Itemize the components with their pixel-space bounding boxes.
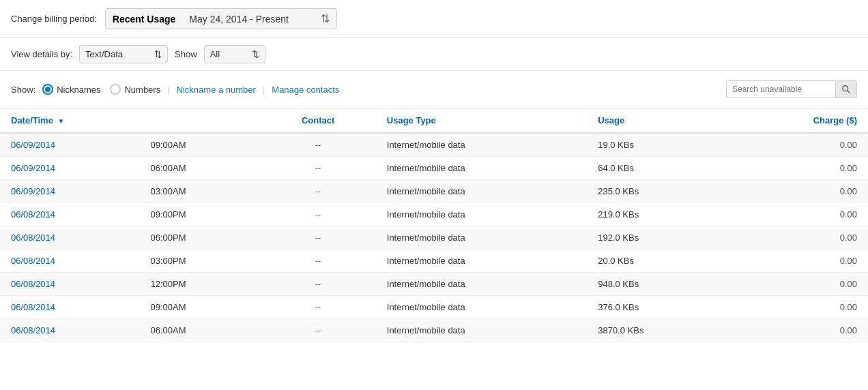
time-cell: 06:00PM	[139, 226, 260, 250]
time-cell: 03:00PM	[139, 250, 260, 273]
sort-arrow-icon: ▼	[58, 117, 65, 125]
radio-group: Nicknames Numbers	[42, 84, 160, 95]
view-details-select[interactable]: Text/Data ⇅	[79, 45, 168, 63]
table-row: 06/08/2014 06:00PM -- Internet/mobile da…	[0, 226, 868, 250]
time-cell: 03:00AM	[139, 180, 260, 203]
date-cell: 06/08/2014	[0, 319, 139, 342]
radio-numbers[interactable]: Numbers	[110, 84, 160, 95]
contact-cell[interactable]: --	[260, 226, 375, 250]
time-cell: 09:00PM	[139, 203, 260, 226]
table-row: 06/08/2014 12:00PM -- Internet/mobile da…	[0, 273, 868, 296]
contact-cell[interactable]: --	[260, 273, 375, 296]
date-cell: 06/08/2014	[0, 273, 139, 296]
search-icon	[841, 85, 851, 94]
table-row: 06/09/2014 09:00AM -- Internet/mobile da…	[0, 133, 868, 157]
charge-cell: 0.00	[729, 133, 868, 157]
usage-cell: 19.0 KBs	[587, 133, 729, 157]
col-contact: Contact	[260, 108, 375, 133]
radio-nicknames-dot	[45, 87, 50, 92]
col-usage: Usage	[587, 108, 729, 133]
usage-cell: 948.0 KBs	[587, 273, 729, 296]
usage-type-cell: Internet/mobile data	[376, 296, 587, 319]
date-cell: 06/08/2014	[0, 226, 139, 250]
billing-spinner-icon: ⇅	[321, 12, 330, 25]
contact-cell[interactable]: --	[260, 250, 375, 273]
billing-period-name: Recent Usage	[113, 14, 176, 25]
usage-cell: 3870.0 KBs	[587, 319, 729, 342]
usage-type-cell: Internet/mobile data	[376, 180, 587, 203]
usage-table: Date/Time ▼ Contact Usage Type Usage Cha…	[0, 108, 868, 342]
show-label: Show	[175, 49, 197, 59]
time-cell: 12:00PM	[139, 273, 260, 296]
search-area	[726, 80, 857, 98]
contact-cell[interactable]: --	[260, 157, 375, 180]
contact-cell[interactable]: --	[260, 203, 375, 226]
charge-cell: 0.00	[729, 250, 868, 273]
usage-type-cell: Internet/mobile data	[376, 157, 587, 180]
divider-1: |	[167, 85, 169, 95]
manage-contacts-link[interactable]: Manage contacts	[272, 85, 339, 95]
radio-nicknames-circle	[42, 84, 53, 95]
table-row: 06/09/2014 03:00AM -- Internet/mobile da…	[0, 180, 868, 203]
table-row: 06/08/2014 03:00PM -- Internet/mobile da…	[0, 250, 868, 273]
search-input[interactable]	[726, 80, 835, 98]
billing-period-label: Change billing period:	[11, 14, 97, 24]
time-cell: 09:00AM	[139, 133, 260, 157]
show-value: All	[210, 49, 220, 59]
charge-cell: 0.00	[729, 296, 868, 319]
search-button[interactable]	[835, 80, 857, 98]
top-bar: Change billing period: Recent Usage May …	[0, 0, 868, 38]
svg-point-0	[843, 86, 848, 91]
radio-nicknames-label: Nicknames	[57, 85, 100, 95]
date-cell: 06/08/2014	[0, 250, 139, 273]
usage-table-wrapper: Date/Time ▼ Contact Usage Type Usage Cha…	[0, 108, 868, 342]
billing-period-select[interactable]: Recent Usage May 24, 2014 - Present ⇅	[105, 8, 337, 29]
contact-cell[interactable]: --	[260, 319, 375, 342]
col-datetime[interactable]: Date/Time ▼	[0, 108, 260, 133]
usage-cell: 192.0 KBs	[587, 226, 729, 250]
view-details-label: View details by:	[11, 49, 72, 59]
table-row: 06/09/2014 06:00AM -- Internet/mobile da…	[0, 157, 868, 180]
view-details-value: Text/Data	[85, 49, 123, 59]
nickname-a-number-link[interactable]: Nickname a number	[177, 85, 256, 95]
view-details-arrow-icon: ⇅	[154, 49, 162, 59]
date-cell: 06/08/2014	[0, 203, 139, 226]
usage-type-cell: Internet/mobile data	[376, 319, 587, 342]
col-charge: Charge ($)	[729, 108, 868, 133]
usage-type-cell: Internet/mobile data	[376, 273, 587, 296]
charge-cell: 0.00	[729, 226, 868, 250]
date-cell: 06/09/2014	[0, 180, 139, 203]
usage-cell: 219.0 KBs	[587, 203, 729, 226]
time-cell: 06:00AM	[139, 157, 260, 180]
date-cell: 06/09/2014	[0, 133, 139, 157]
svg-line-1	[848, 91, 850, 93]
charge-cell: 0.00	[729, 157, 868, 180]
show-left-group: Show: Nicknames Numbers | Nickname a num…	[11, 84, 339, 95]
show-controls: Show: Nicknames Numbers | Nickname a num…	[0, 71, 868, 108]
col-usage-type: Usage Type	[376, 108, 587, 133]
usage-type-cell: Internet/mobile data	[376, 226, 587, 250]
date-cell: 06/08/2014	[0, 296, 139, 319]
usage-cell: 235.0 KBs	[587, 180, 729, 203]
radio-numbers-label: Numbers	[124, 85, 160, 95]
billing-period-dates: May 24, 2014 - Present	[189, 14, 315, 25]
usage-cell: 376.0 KBs	[587, 296, 729, 319]
usage-type-cell: Internet/mobile data	[376, 250, 587, 273]
time-cell: 09:00AM	[139, 296, 260, 319]
charge-cell: 0.00	[729, 203, 868, 226]
radio-numbers-circle	[110, 84, 121, 95]
show-text-label: Show:	[11, 85, 35, 95]
contact-cell[interactable]: --	[260, 180, 375, 203]
usage-cell: 64.0 KBs	[587, 157, 729, 180]
usage-type-cell: Internet/mobile data	[376, 133, 587, 157]
table-row: 06/08/2014 09:00AM -- Internet/mobile da…	[0, 296, 868, 319]
table-header-row: Date/Time ▼ Contact Usage Type Usage Cha…	[0, 108, 868, 133]
contact-cell[interactable]: --	[260, 296, 375, 319]
show-select[interactable]: All ⇅	[204, 45, 265, 63]
table-row: 06/08/2014 09:00PM -- Internet/mobile da…	[0, 203, 868, 226]
date-cell: 06/09/2014	[0, 157, 139, 180]
radio-nicknames[interactable]: Nicknames	[42, 84, 100, 95]
contact-cell[interactable]: --	[260, 133, 375, 157]
charge-cell: 0.00	[729, 319, 868, 342]
view-bar: View details by: Text/Data ⇅ Show All ⇅	[0, 38, 868, 71]
